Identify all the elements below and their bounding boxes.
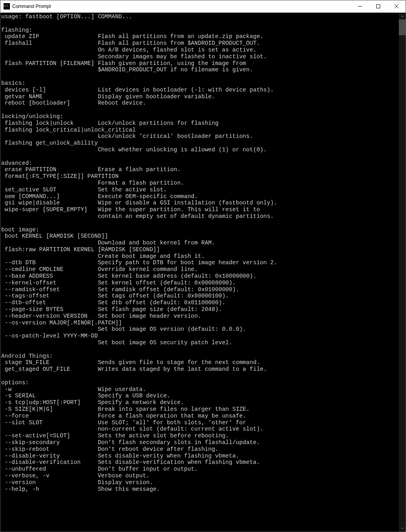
svg-rect-1 xyxy=(377,5,380,8)
window-controls xyxy=(351,0,406,12)
command-prompt-window: Command Prompt usage: fastboot [OPTION..… xyxy=(0,0,406,532)
chevron-up-icon xyxy=(401,15,404,18)
terminal-output[interactable]: usage: fastboot [OPTION...] COMMAND... f… xyxy=(0,13,399,532)
scrollbar-thumb[interactable] xyxy=(399,19,406,35)
maximize-icon xyxy=(376,4,380,8)
scroll-down-button[interactable] xyxy=(399,525,406,532)
vertical-scrollbar[interactable] xyxy=(399,13,406,532)
minimize-icon xyxy=(358,4,362,8)
maximize-button[interactable] xyxy=(369,0,387,12)
minimize-button[interactable] xyxy=(351,0,369,12)
terminal-area: usage: fastboot [OPTION...] COMMAND... f… xyxy=(0,13,406,532)
cmd-icon xyxy=(4,3,10,10)
close-button[interactable] xyxy=(387,0,406,12)
close-icon xyxy=(395,4,398,8)
titlebar[interactable]: Command Prompt xyxy=(0,0,406,13)
window-title: Command Prompt xyxy=(12,4,351,9)
scroll-up-button[interactable] xyxy=(399,13,406,19)
chevron-down-icon xyxy=(401,527,404,530)
